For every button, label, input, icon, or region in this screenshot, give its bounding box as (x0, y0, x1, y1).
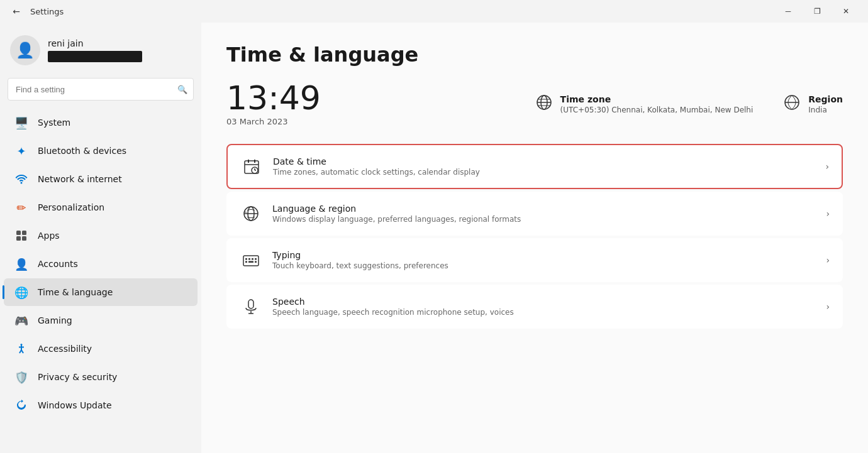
setting-card-typing[interactable]: Typing Touch keyboard, text suggestions,… (226, 238, 843, 282)
region-item: Region India (783, 94, 843, 114)
sidebar-item-gaming[interactable]: 🎮 Gaming (4, 307, 198, 334)
sidebar-item-privacy[interactable]: 🛡️ Privacy & security (4, 363, 198, 391)
speech-text: Speech Speech language, speech recogniti… (272, 297, 826, 317)
typing-desc: Touch keyboard, text suggestions, prefer… (272, 261, 826, 270)
window-controls: ─ ❐ ✕ (774, 1, 860, 21)
accounts-icon: 👤 (14, 256, 29, 271)
date-time-title: Date & time (273, 156, 825, 166)
svg-rect-3 (16, 236, 21, 241)
speech-desc: Speech language, speech recognition micr… (272, 308, 826, 317)
setting-card-speech[interactable]: Speech Speech language, speech recogniti… (226, 285, 843, 329)
time-meta: Time zone (UTC+05:30) Chennai, Kolkata, … (535, 94, 843, 114)
timezone-text: Time zone (UTC+05:30) Chennai, Kolkata, … (560, 94, 754, 114)
region-icon (783, 94, 801, 114)
search-box: 🔍 (8, 78, 194, 101)
date-time-desc: Time zones, automatic clock settings, ca… (273, 168, 825, 177)
speech-icon (240, 295, 262, 318)
sidebar-item-apps[interactable]: Apps (4, 222, 198, 249)
restore-button[interactable]: ❐ (803, 1, 832, 21)
close-button[interactable]: ✕ (832, 1, 860, 21)
date-display: 03 March 2023 (226, 117, 535, 126)
sidebar-item-update[interactable]: Windows Update (4, 391, 198, 419)
chevron-right-icon: › (825, 161, 829, 172)
svg-rect-28 (245, 258, 247, 260)
app-container: 👤 reni jain 🔍 🖥️ System ✦ Bluetooth & de… (0, 23, 868, 453)
sidebar-item-network[interactable]: Network & internet (4, 165, 198, 193)
speech-title: Speech (272, 297, 826, 307)
update-icon (14, 398, 29, 413)
avatar: 👤 (10, 35, 40, 65)
svg-rect-34 (255, 261, 257, 263)
date-time-icon (240, 155, 263, 178)
svg-rect-33 (248, 261, 253, 263)
language-text: Language & region Windows display langua… (272, 204, 826, 224)
system-icon: 🖥️ (14, 115, 29, 130)
svg-rect-29 (248, 258, 250, 260)
gaming-icon: 🎮 (14, 313, 29, 328)
network-icon (14, 172, 29, 187)
user-profile: 👤 reni jain (0, 28, 201, 78)
sidebar-item-label: Apps (38, 231, 60, 241)
privacy-icon: 🛡️ (14, 369, 29, 385)
svg-rect-27 (243, 256, 259, 266)
search-input[interactable] (8, 78, 194, 101)
user-info: reni jain (48, 38, 142, 62)
back-button[interactable]: ← (8, 3, 25, 20)
sidebar-item-personalization[interactable]: ✏️ Personalization (4, 194, 198, 221)
setting-card-date-time[interactable]: Date & time Time zones, automatic clock … (226, 144, 843, 189)
svg-rect-32 (245, 261, 247, 263)
typing-text: Typing Touch keyboard, text suggestions,… (272, 250, 826, 270)
sidebar-nav: 🖥️ System ✦ Bluetooth & devices Network … (0, 108, 201, 420)
time-region-row: 13:49 03 March 2023 Tim (226, 82, 843, 126)
date-time-text: Date & time Time zones, automatic clock … (273, 156, 825, 177)
svg-rect-4 (22, 236, 26, 241)
sidebar-item-label: Bluetooth & devices (38, 146, 126, 156)
sidebar-item-label: Accounts (38, 259, 78, 269)
svg-line-9 (21, 350, 23, 353)
region-value: India (808, 106, 843, 114)
svg-rect-2 (22, 231, 26, 235)
chevron-right-icon: › (826, 255, 830, 265)
svg-rect-35 (248, 300, 253, 308)
settings-list: Date & time Time zones, automatic clock … (226, 144, 843, 329)
sidebar-item-label: Time & language (38, 287, 113, 297)
sidebar-item-label: System (38, 117, 70, 128)
svg-rect-31 (255, 258, 257, 260)
svg-point-0 (21, 182, 23, 184)
clock-display: 13:49 (226, 82, 535, 114)
sidebar-item-label: Windows Update (38, 400, 112, 410)
sidebar-item-label: Privacy & security (38, 372, 117, 382)
sidebar-item-bluetooth[interactable]: ✦ Bluetooth & devices (4, 137, 198, 165)
language-desc: Windows display language, preferred lang… (272, 215, 826, 224)
accessibility-icon (14, 341, 29, 356)
timezone-label: Time zone (560, 94, 754, 104)
region-text: Region India (808, 94, 843, 114)
titlebar: ← Settings ─ ❐ ✕ (0, 0, 868, 23)
user-name: reni jain (48, 38, 142, 48)
sidebar-item-label: Accessibility (38, 344, 92, 354)
timezone-value: (UTC+05:30) Chennai, Kolkata, Mumbai, Ne… (560, 106, 754, 114)
apps-icon (14, 228, 29, 243)
sidebar-item-accessibility[interactable]: Accessibility (4, 335, 198, 363)
bluetooth-icon: ✦ (14, 143, 29, 158)
titlebar-title: Settings (30, 7, 64, 16)
sidebar-item-time[interactable]: 🌐 Time & language (4, 278, 198, 306)
sidebar-item-label: Personalization (38, 202, 104, 212)
setting-card-language[interactable]: Language & region Windows display langua… (226, 192, 843, 236)
chevron-right-icon: › (826, 209, 830, 219)
content-area: Time & language 13:49 03 March 2023 (201, 23, 868, 453)
sidebar-item-accounts[interactable]: 👤 Accounts (4, 250, 198, 278)
time-language-icon: 🌐 (14, 285, 29, 300)
search-icon: 🔍 (177, 85, 187, 94)
sidebar-item-label: Gaming (38, 315, 72, 325)
typing-icon (240, 249, 262, 271)
svg-rect-1 (16, 231, 21, 235)
language-title: Language & region (272, 204, 826, 214)
minimize-button[interactable]: ─ (774, 1, 803, 21)
sidebar-item-system[interactable]: 🖥️ System (4, 109, 198, 136)
svg-rect-30 (252, 258, 253, 260)
personalization-icon: ✏️ (14, 200, 29, 215)
user-email-redacted (48, 51, 142, 62)
timezone-item: Time zone (UTC+05:30) Chennai, Kolkata, … (535, 94, 754, 114)
time-display: 13:49 03 March 2023 (226, 82, 535, 126)
